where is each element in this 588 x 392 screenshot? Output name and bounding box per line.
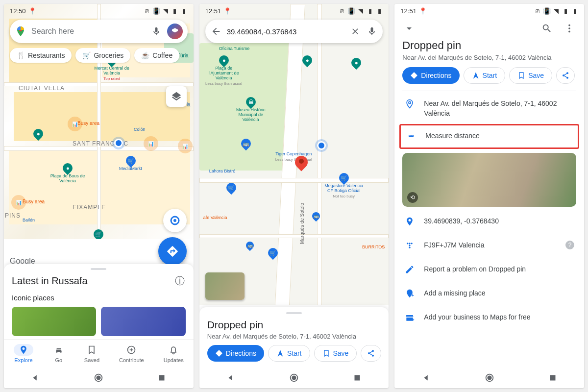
current-location-dot [114,139,123,147]
home-button[interactable] [289,372,299,383]
dropped-pin-marker[interactable] [295,156,308,173]
streetview-thumbnail[interactable] [205,272,245,300]
poi-burritos[interactable]: BURRITOS [362,244,385,250]
layers-button[interactable] [166,86,187,107]
nav-go[interactable]: Go [53,344,65,363]
share-button[interactable] [361,345,381,362]
map-canvas[interactable]: Oficina Turisme ● Plaça de l'Ajuntament … [199,4,389,305]
poi-marker[interactable]: ● [351,58,361,68]
help-icon[interactable]: ? [565,241,574,249]
svg-point-23 [411,243,413,244]
poi-mediamarkt[interactable]: 🛒 MediaMarkt [119,156,142,172]
search-bar[interactable]: 39.469084,-0.376843 [205,20,383,43]
svg-point-15 [568,31,570,33]
report-problem-row[interactable]: Report a problem on Dropped pin [402,259,576,283]
nav-contribute[interactable]: Contribute [119,344,144,363]
poi-cafe[interactable]: afe València [203,215,227,220]
chip-restaurants[interactable]: 🍴Restaurants [10,48,72,63]
app-bar [394,18,584,39]
more-menu-icon[interactable] [564,23,575,34]
poi-bus[interactable]: 🚌 [241,139,251,148]
save-button[interactable]: Save [509,67,552,84]
bottom-sheet[interactable]: Dropped pin Near Av. del Marqués de Sote… [199,307,389,368]
streetview-hero[interactable] [402,153,576,207]
svg-point-13 [568,24,570,26]
search-placeholder: Search here [31,27,146,36]
poi-lahora[interactable]: Lahora Bistró [209,168,236,174]
sheet-title: Latest in Russafa ⓘ [12,275,186,287]
phone-screen-2: Oficina Turisme ● Plaça de l'Ajuntament … [199,4,389,388]
home-button[interactable] [93,372,104,383]
poi-museu[interactable]: 🏛 Museu Històric Municipal de València [231,97,270,122]
poi-placa-bous[interactable]: ● Plaça de Bous de València [48,163,87,184]
location-icon: 📍 [419,7,426,14]
poi-shop[interactable]: 🛒 [268,248,278,258]
start-button[interactable]: Start [464,67,506,84]
back-button[interactable] [421,372,432,383]
share-button[interactable] [556,67,575,84]
poi-marker[interactable]: ● [33,129,43,139]
clear-icon[interactable] [349,25,361,37]
directions-button[interactable]: Directions [207,345,264,362]
poi-megastore[interactable]: 🛒 Megastore València CF Botiga Oficial N… [324,173,364,199]
add-pin-icon: + [404,289,415,301]
pluscode-row[interactable]: FJ9F+J7M Valencia ? [402,235,576,259]
svg-text:+: + [412,318,415,322]
search-icon[interactable] [541,23,553,34]
collapse-chevron-icon[interactable] [403,23,415,34]
poi-oficina[interactable]: Oficina Turisme [219,46,250,51]
poi-mercat-russafa[interactable]: 🛒 Mercat de Russafa [80,229,117,239]
signal-icon: ▮ [562,7,569,14]
add-business-row[interactable]: + Add your business to Maps for free [402,307,576,331]
poi-plaza[interactable]: ● Plaça de l'Ajuntament de València Less… [204,55,244,86]
recents-button[interactable] [352,372,363,383]
back-arrow-icon[interactable] [210,25,222,37]
drag-handle[interactable] [286,312,302,314]
home-button[interactable] [484,372,495,383]
directions-fab[interactable] [158,237,187,266]
poi-bus[interactable]: 🚌 [246,242,254,249]
chip-coffee[interactable]: ☕Coffee [134,48,179,63]
battery-icon: ▮ [181,7,188,14]
recents-button[interactable] [156,372,167,383]
chip-groceries[interactable]: 🛒Groceries [75,48,130,63]
poi-colon[interactable]: Colón [134,126,146,132]
drag-handle[interactable] [91,268,106,270]
mic-icon[interactable] [150,25,162,37]
nav-explore[interactable]: Explore [14,344,33,363]
coordinates-row[interactable]: 39.4690839, -0.3768430 [402,211,576,235]
search-value: 39.469084,-0.376843 [227,27,345,36]
start-button[interactable]: Start [268,345,310,362]
busy-area-marker[interactable]: 📊 [144,136,158,151]
save-button[interactable]: Save [314,345,357,362]
mic-icon[interactable] [366,25,378,37]
nav-saved[interactable]: Saved [84,344,99,363]
directions-button[interactable]: Directions [402,67,459,84]
back-button[interactable] [225,372,236,383]
profile-avatar[interactable] [167,24,183,39]
measure-distance-row[interactable]: Measure distance [404,125,575,147]
recents-button[interactable] [547,372,558,383]
bottom-sheet[interactable]: Latest in Russafa ⓘ Iconic places [4,264,194,341]
coffee-icon: ☕ [141,51,149,59]
info-icon[interactable]: ⓘ [174,275,186,287]
svg-point-24 [409,245,411,246]
poi-marker[interactable]: ● [302,55,312,65]
place-photo[interactable] [12,307,96,336]
add-place-row[interactable]: + Add a missing place [402,283,576,307]
poi-bus[interactable]: 🚌 [312,212,320,220]
signal-icon: ▮ [367,7,373,14]
storefront-icon: + [404,313,415,325]
poi-shop[interactable]: 🛒 [226,183,236,193]
search-bar[interactable]: Search here [10,20,188,43]
poi-bailen[interactable]: Bailén [23,217,35,223]
address-row[interactable]: Near Av. del Marqués de Sotelo, 7-1, 460… [402,93,576,124]
busy-area-marker[interactable]: 📊 [178,139,193,153]
nav-updates[interactable]: Updates [164,344,184,363]
back-button[interactable] [30,372,41,383]
district-label: EIXAMPLE [73,204,106,211]
my-location-button[interactable] [163,209,187,232]
place-photo[interactable] [101,307,185,336]
cast-icon: ⎚ [534,7,541,14]
pencil-icon [404,265,415,277]
